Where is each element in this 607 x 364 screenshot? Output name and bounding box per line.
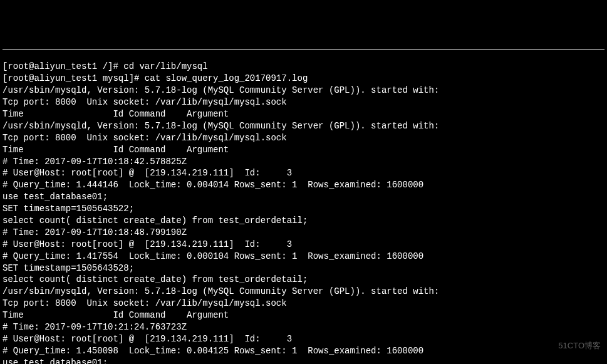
terminal-line: Time Id Command Argument: [3, 144, 604, 156]
terminal-line: # Query_time: 1.417554 Lock_time: 0.0001…: [3, 251, 604, 263]
terminal-line: # User@Host: root[root] @ [219.134.219.1…: [3, 167, 604, 179]
watermark-label: 51CTO博客: [558, 340, 601, 351]
terminal-line: # Time: 2017-09-17T10:18:48.799190Z: [3, 227, 604, 239]
terminal-line: # Query_time: 1.444146 Lock_time: 0.0040…: [3, 179, 604, 191]
terminal-line: Tcp port: 8000 Unix socket: /var/lib/mys…: [3, 298, 604, 309]
terminal-line: /usr/sbin/mysqld, Version: 5.7.18-log (M…: [3, 85, 604, 96]
terminal-line: /usr/sbin/mysqld, Version: 5.7.18-log (M…: [3, 286, 604, 298]
terminal-line: # Time: 2017-09-17T10:21:24.763723Z: [3, 321, 604, 333]
terminal-line: /usr/sbin/mysqld, Version: 5.7.18-log (M…: [3, 120, 604, 132]
terminal-line: Time Id Command Argument: [3, 108, 604, 120]
terminal-line: SET timestamp=1505643528;: [3, 263, 604, 274]
terminal-line: [root@aliyun_test1 mysql]# cat slow_quer…: [3, 73, 604, 85]
terminal-line: Time Id Command Argument: [3, 309, 604, 321]
terminal-line: SET timestamp=1505643522;: [3, 203, 604, 215]
terminal-line: Tcp port: 8000 Unix socket: /var/lib/mys…: [3, 132, 604, 144]
terminal-line: # Time: 2017-09-17T10:18:42.578825Z: [3, 156, 604, 168]
terminal-line: [root@aliyun_test1 /]# cd var/lib/mysql: [3, 61, 604, 73]
terminal-line: use test_database01;: [3, 191, 604, 203]
terminal-line: select count( distinct create_date) from…: [3, 274, 604, 286]
terminal-line: # User@Host: root[root] @ [219.134.219.1…: [3, 333, 604, 345]
terminal-line: Tcp port: 8000 Unix socket: /var/lib/mys…: [3, 96, 604, 108]
terminal-line: # User@Host: root[root] @ [219.134.219.1…: [3, 239, 604, 251]
terminal-line: use test_database01;: [3, 357, 604, 364]
terminal-output[interactable]: [root@aliyun_test1 /]# cd var/lib/mysql[…: [3, 61, 604, 364]
terminal-top-border: [3, 49, 604, 49]
terminal-line: # Query_time: 1.450098 Lock_time: 0.0041…: [3, 345, 604, 357]
terminal-line: select count( distinct create_date) from…: [3, 215, 604, 227]
